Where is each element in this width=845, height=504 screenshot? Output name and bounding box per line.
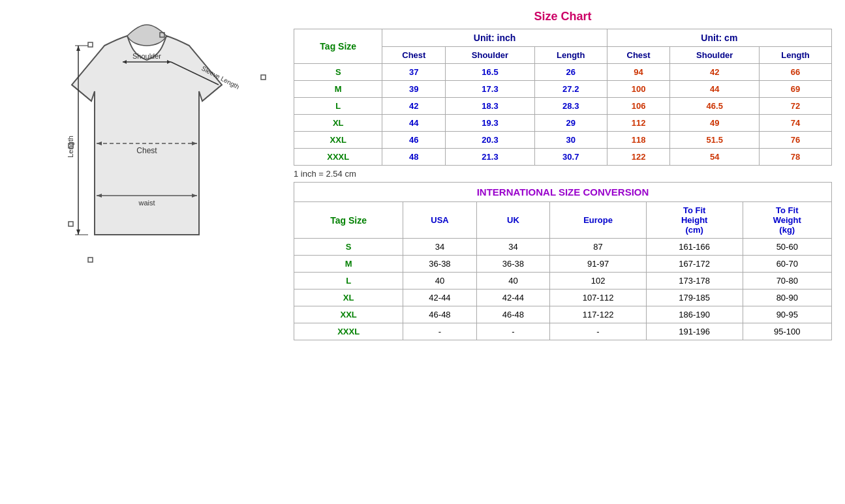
svg-text:Chest: Chest (136, 146, 157, 155)
table-row: XXL 46 20.3 30 118 51.5 76 (294, 132, 832, 149)
right-panel: Size Chart Tag Size Unit: inch Unit: cm … (287, 7, 838, 344)
conv-height: 167-172 (646, 256, 743, 273)
table-row: XXL 46-48 46-48 117-122 186-190 90-95 (294, 306, 832, 323)
conv-weight: 90-95 (743, 306, 831, 323)
conv-col-weight: To FitWeight(kg) (743, 202, 831, 239)
unit-inch-header: Unit: inch (382, 29, 607, 47)
svg-rect-24 (88, 42, 93, 47)
conv-usa: 46-48 (403, 306, 476, 323)
svg-rect-27 (261, 75, 266, 80)
shoulder-cm: 54 (670, 149, 760, 166)
shoulder-in: 17.3 (446, 81, 535, 98)
chest-cm: 112 (607, 115, 670, 132)
table-row: M 36-38 36-38 91-97 167-172 60-70 (294, 256, 832, 273)
length-cm: 66 (760, 64, 832, 81)
tag-size-header: Tag Size (294, 29, 382, 64)
conv-weight: 95-100 (743, 323, 831, 340)
shoulder-cm: 49 (670, 115, 760, 132)
chest-cm: 122 (607, 149, 670, 166)
table-row: S 34 34 87 161-166 50-60 (294, 239, 832, 256)
chest-in: 44 (382, 115, 446, 132)
tshirt-diagram: Shoulder Sleeve Length Length Chest wais… (23, 13, 271, 274)
svg-text:waist: waist (138, 199, 155, 207)
length-cm: 74 (760, 115, 832, 132)
conv-usa: 34 (403, 239, 476, 256)
size-chart-title: Size Chart (294, 10, 832, 23)
conv-col-usa: USA (403, 202, 476, 239)
unit-cm-header: Unit: cm (607, 29, 831, 47)
tshirt-diagram-panel: Shoulder Sleeve Length Length Chest wais… (7, 7, 287, 280)
conv-weight: 70-80 (743, 273, 831, 289)
conv-usa: 36-38 (403, 256, 476, 273)
conv-usa: 40 (403, 273, 476, 289)
conv-uk: 34 (476, 239, 549, 256)
size-tag: XL (294, 115, 382, 132)
conv-europe: 107-112 (550, 289, 647, 306)
col-chest-cm: Chest (607, 47, 670, 64)
conv-height: 191-196 (646, 323, 743, 340)
length-cm: 72 (760, 98, 832, 115)
size-tag: XXXL (294, 149, 382, 166)
shoulder-cm: 42 (670, 64, 760, 81)
size-tag: S (294, 64, 382, 81)
conv-col-europe: Europe (550, 202, 647, 239)
conv-uk: - (476, 323, 549, 340)
conv-height: 173-178 (646, 273, 743, 289)
size-tag: L (294, 98, 382, 115)
conv-uk: 40 (476, 273, 549, 289)
conv-uk: 36-38 (476, 256, 549, 273)
conversion-table: INTERNATIONAL SIZE CONVERSION Tag Size U… (294, 182, 832, 340)
table-row: XL 44 19.3 29 112 49 74 (294, 115, 832, 132)
conv-size-tag: XXXL (294, 323, 403, 340)
conv-europe: 102 (550, 273, 647, 289)
length-in: 29 (534, 115, 607, 132)
chest-cm: 94 (607, 64, 670, 81)
col-shoulder-in: Shoulder (446, 47, 535, 64)
chest-in: 37 (382, 64, 446, 81)
conv-weight: 50-60 (743, 239, 831, 256)
svg-rect-25 (88, 258, 93, 262)
col-length-cm: Length (760, 47, 832, 64)
table-row: L 42 18.3 28.3 106 46.5 72 (294, 98, 832, 115)
col-length-in: Length (534, 47, 607, 64)
conv-usa: - (403, 323, 476, 340)
shoulder-cm: 46.5 (670, 98, 760, 115)
conv-height: 186-190 (646, 306, 743, 323)
table-row: L 40 40 102 173-178 70-80 (294, 273, 832, 289)
conv-usa: 42-44 (403, 289, 476, 306)
conv-europe: - (550, 323, 647, 340)
svg-rect-29 (69, 222, 73, 226)
length-in: 27.2 (534, 81, 607, 98)
shoulder-in: 20.3 (446, 132, 535, 149)
table-row: XXXL - - - 191-196 95-100 (294, 323, 832, 340)
conv-weight: 80-90 (743, 289, 831, 306)
size-chart-table: Tag Size Unit: inch Unit: cm Chest Shoul… (294, 29, 832, 166)
chest-cm: 100 (607, 81, 670, 98)
conv-height: 161-166 (646, 239, 743, 256)
length-in: 30 (534, 132, 607, 149)
shoulder-in: 16.5 (446, 64, 535, 81)
conv-europe: 87 (550, 239, 647, 256)
size-tag: M (294, 81, 382, 98)
shoulder-in: 18.3 (446, 98, 535, 115)
chest-in: 48 (382, 149, 446, 166)
conv-europe: 91-97 (550, 256, 647, 273)
length-cm: 69 (760, 81, 832, 98)
conv-size-tag: S (294, 239, 403, 256)
conv-col-height: To FitHeight(cm) (646, 202, 743, 239)
chest-in: 42 (382, 98, 446, 115)
svg-marker-12 (76, 230, 80, 235)
conv-tag-size-header: Tag Size (294, 202, 403, 239)
table-row: XL 42-44 42-44 107-112 179-185 80-90 (294, 289, 832, 306)
length-in: 30.7 (534, 149, 607, 166)
chest-cm: 106 (607, 98, 670, 115)
table-row: M 39 17.3 27.2 100 44 69 (294, 81, 832, 98)
table-row: XXXL 48 21.3 30.7 122 54 78 (294, 149, 832, 166)
shoulder-cm: 51.5 (670, 132, 760, 149)
conv-col-uk: UK (476, 202, 549, 239)
conv-size-tag: M (294, 256, 403, 273)
conv-europe: 117-122 (550, 306, 647, 323)
conv-height: 179-185 (646, 289, 743, 306)
length-in: 26 (534, 64, 607, 81)
conv-uk: 42-44 (476, 289, 549, 306)
